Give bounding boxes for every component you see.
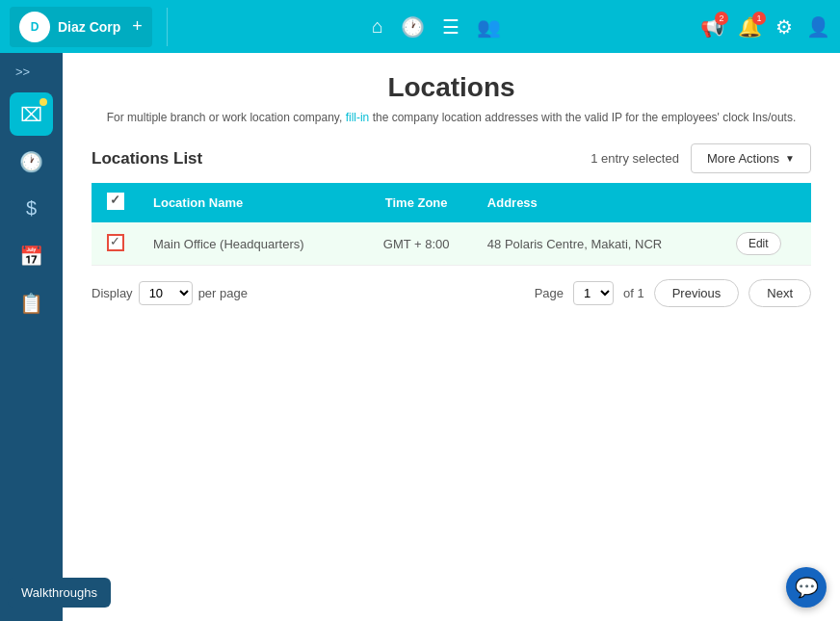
chat-button[interactable]: 💬 <box>786 567 827 608</box>
sidebar-item-payroll[interactable]: $ <box>10 187 53 230</box>
list-header: Locations List 1 entry selected More Act… <box>92 143 811 173</box>
table-header: Location Name Time Zone Address <box>92 183 811 222</box>
company-name: Diaz Corp <box>58 19 120 35</box>
sidebar-item-org[interactable]: ⌧ <box>10 92 53 136</box>
bell-icon-wrapper[interactable]: 🔔 1 <box>738 15 762 39</box>
entry-selected-count: 1 entry selected <box>591 151 679 166</box>
page-title: Locations <box>92 72 811 103</box>
select-all-checkbox[interactable] <box>107 193 124 210</box>
logo-circle: D <box>19 12 50 42</box>
page-label: Page <box>535 286 564 300</box>
col-address: Address <box>474 183 722 222</box>
per-page-label: per page <box>198 286 248 300</box>
sidebar-expand-button[interactable]: >> <box>8 61 38 83</box>
list-actions: 1 entry selected More Actions ▼ <box>591 143 811 173</box>
sidebar: >> ⌧ 🕐 $ 📅 📋 ⚙ <box>0 53 63 621</box>
display-row: Display 10 25 50 100 per page <box>92 281 248 305</box>
subtitle-link[interactable]: fill-in <box>346 111 370 124</box>
gear-icon[interactable]: ⚙ <box>775 15 793 39</box>
pagination-bar: Display 10 25 50 100 per page Page 1 of … <box>92 279 811 307</box>
main-nav-icons: ⌂ 🕐 ☰ 👥 <box>182 15 691 39</box>
home-icon[interactable]: ⌂ <box>372 15 383 38</box>
active-dot <box>39 98 47 106</box>
row-timezone: GMT + 8:00 <box>359 222 474 266</box>
sidebar-item-calendar[interactable]: 📅 <box>10 234 53 277</box>
list-section-title: Locations List <box>92 149 202 168</box>
time-icon: 🕐 <box>19 150 43 173</box>
page-subtitle: For multiple branch or work location com… <box>92 111 811 124</box>
page-nav: Page 1 of 1 Previous Next <box>535 279 811 307</box>
bell-badge: 1 <box>752 12 766 25</box>
nav-right-icons: 📢 2 🔔 1 ⚙ 👤 <box>700 15 830 39</box>
more-actions-label: More Actions <box>707 151 779 166</box>
megaphone-icon-wrapper[interactable]: 📢 2 <box>700 15 724 39</box>
walkthroughs-button[interactable]: Walkthroughs <box>8 578 111 608</box>
user-icon[interactable]: 👤 <box>806 15 830 39</box>
edit-button[interactable]: Edit <box>736 232 781 255</box>
row-edit-cell: Edit <box>722 222 811 266</box>
add-company-icon[interactable]: + <box>132 16 143 37</box>
next-button[interactable]: Next <box>748 279 811 307</box>
main-layout: >> ⌧ 🕐 $ 📅 📋 ⚙ Locations For multiple br… <box>0 53 840 621</box>
previous-button[interactable]: Previous <box>654 279 740 307</box>
row-location-name: Main Office (Headquarters) <box>140 222 359 266</box>
main-content: Locations For multiple branch or work lo… <box>63 53 840 621</box>
sidebar-item-time[interactable]: 🕐 <box>10 140 53 183</box>
more-actions-button[interactable]: More Actions ▼ <box>691 143 811 173</box>
locations-table: Location Name Time Zone Address Main Off… <box>92 183 811 266</box>
chat-icon: 💬 <box>795 576 819 599</box>
page-select[interactable]: 1 <box>573 281 614 305</box>
col-actions <box>722 183 811 222</box>
schedule-icon: 📋 <box>19 292 43 315</box>
display-select[interactable]: 10 25 50 100 <box>139 281 193 305</box>
nav-divider <box>167 8 168 46</box>
clock-icon[interactable]: 🕐 <box>401 15 425 39</box>
table-row: Main Office (Headquarters) GMT + 8:00 48… <box>92 222 811 266</box>
row-checkbox[interactable] <box>107 234 124 251</box>
sidebar-item-schedule[interactable]: 📋 <box>10 281 53 324</box>
row-checkbox-cell[interactable] <box>92 222 140 266</box>
company-logo[interactable]: D Diaz Corp + <box>10 7 152 47</box>
megaphone-badge: 2 <box>715 12 728 25</box>
org-chart-icon: ⌧ <box>20 103 42 126</box>
col-timezone: Time Zone <box>359 183 474 222</box>
display-label: Display <box>92 286 133 300</box>
top-navigation: D Diaz Corp + ⌂ 🕐 ☰ 👥 📢 2 🔔 1 ⚙ 👤 <box>0 0 840 53</box>
calendar-icon: 📅 <box>19 245 43 268</box>
row-address: 48 Polaris Centre, Makati, NCR <box>474 222 722 266</box>
col-location-name: Location Name <box>140 183 359 222</box>
people-icon[interactable]: 👥 <box>477 15 501 39</box>
document-icon[interactable]: ☰ <box>442 15 459 39</box>
of-label: of 1 <box>623 286 644 300</box>
select-all-header[interactable] <box>92 183 140 222</box>
dollar-icon: $ <box>26 197 37 220</box>
more-actions-chevron-icon: ▼ <box>785 153 795 164</box>
table-body: Main Office (Headquarters) GMT + 8:00 48… <box>92 222 811 266</box>
